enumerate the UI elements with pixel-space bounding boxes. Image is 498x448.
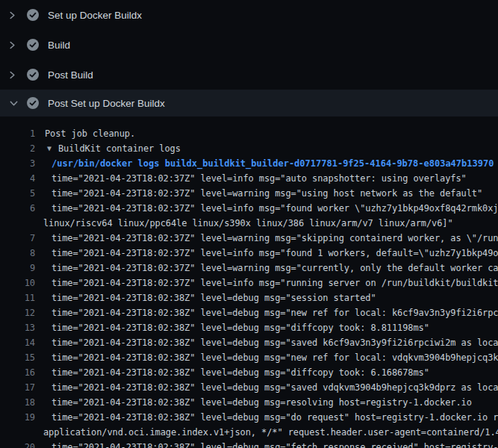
log-text: time="2021-04-23T18:02:38Z" level=debug … [52,320,429,335]
log-line: 12time="2021-04-23T18:02:38Z" level=debu… [0,305,498,320]
check-circle-icon [27,97,39,109]
log-line: 20time="2021-04-23T18:02:38Z" level=debu… [0,440,498,448]
chevron-right-icon [9,10,16,20]
log-line: 19time="2021-04-23T18:02:38Z" level=debu… [0,410,498,425]
status-icon-wrap [27,39,39,51]
log-text: time="2021-04-23T18:02:38Z" level=debug … [52,350,498,365]
log-line: 2▼BuildKit container logs [0,141,498,156]
step-header-set-up-docker-buildx[interactable]: Set up Docker Buildx [0,0,498,30]
line-number[interactable]: 10 [0,276,35,290]
line-number[interactable]: 13 [0,320,35,335]
log-line: 18time="2021-04-23T18:02:38Z" level=debu… [0,395,498,410]
line-number[interactable]: 20 [0,440,35,448]
log-text: time="2021-04-23T18:02:37Z" level=info m… [52,246,498,261]
line-number[interactable]: 12 [0,305,35,320]
log-line: 6time="2021-04-23T18:02:37Z" level=info … [0,201,498,216]
log-line: 8time="2021-04-23T18:02:37Z" level=info … [0,246,498,261]
chevron-right-icon-wrap [9,40,27,50]
log-command-link[interactable]: /usr/bin/docker logs buildx_buildkit_bui… [52,156,494,171]
line-number[interactable]: 5 [0,186,35,201]
line-number[interactable]: 1 [0,126,35,141]
log-text: Post job cleanup. [45,126,135,141]
line-number[interactable]: 2 [0,141,35,156]
log-line: 4time="2021-04-23T18:02:37Z" level=info … [0,171,498,186]
log-line: 7time="2021-04-23T18:02:37Z" level=warni… [0,231,498,246]
log-line: linux/riscv64 linux/ppc64le linux/s390x … [0,216,498,231]
log-line: 13time="2021-04-23T18:02:38Z" level=debu… [0,320,498,335]
step-title: Post Set up Docker Buildx [48,98,165,109]
log-line: application/vnd.oci.image.index.v1+json,… [0,425,498,440]
line-number[interactable]: 17 [0,380,35,395]
chevron-right-icon [9,70,16,80]
log-line: 11time="2021-04-23T18:02:38Z" level=debu… [0,290,498,305]
step-title: Build [48,40,70,51]
log-group-title[interactable]: BuildKit container logs [58,141,181,156]
log-text: time="2021-04-23T18:02:38Z" level=debug … [52,305,498,320]
line-number[interactable]: 16 [0,365,35,380]
log-line: 15time="2021-04-23T18:02:38Z" level=debu… [0,350,498,365]
log-line: 16time="2021-04-23T18:02:38Z" level=debu… [0,365,498,380]
log-text: time="2021-04-23T18:02:37Z" level=info m… [52,201,498,216]
step-header-post-build[interactable]: Post Build [0,60,498,90]
line-number[interactable]: 8 [0,246,35,261]
step-title: Set up Docker Buildx [48,10,142,21]
log-text: time="2021-04-23T18:02:38Z" level=debug … [52,335,498,350]
log-line: 14time="2021-04-23T18:02:38Z" level=debu… [0,335,498,350]
status-icon-wrap [27,69,39,81]
log-text: time="2021-04-23T18:02:37Z" level=warnin… [52,231,498,246]
line-number[interactable]: 7 [0,231,35,246]
chevron-down-icon-wrap [9,100,27,107]
log-text: time="2021-04-23T18:02:38Z" level=debug … [52,290,376,305]
log-line: 17time="2021-04-23T18:02:38Z" level=debu… [0,380,498,395]
check-circle-icon [27,39,39,51]
step-header-build[interactable]: Build [0,30,498,60]
log-line: 9time="2021-04-23T18:02:37Z" level=warni… [0,261,498,276]
check-circle-icon [27,69,39,81]
log-text: time="2021-04-23T18:02:38Z" level=debug … [52,365,429,380]
step-header-post-set-up-docker-buildx[interactable]: Post Set up Docker Buildx [0,90,498,116]
log-line: 1Post job cleanup. [0,126,498,141]
chevron-right-icon [9,40,16,50]
log-text: time="2021-04-23T18:02:38Z" level=debug … [52,410,498,425]
log-text: time="2021-04-23T18:02:37Z" level=warnin… [52,261,498,276]
status-icon-wrap [27,97,39,109]
log-text: time="2021-04-23T18:02:37Z" level=info m… [52,171,467,186]
line-number[interactable]: 6 [0,201,35,216]
log-line: 10time="2021-04-23T18:02:37Z" level=info… [0,276,498,290]
line-number[interactable]: 9 [0,261,35,276]
log-text: linux/riscv64 linux/ppc64le linux/s390x … [43,216,453,231]
step-list: Set up Docker BuildxBuildPost BuildPost … [0,0,498,116]
line-number[interactable]: 11 [0,290,35,305]
log-output: 1Post job cleanup.2▼BuildKit container l… [0,116,498,448]
status-icon-wrap [27,9,39,21]
line-number[interactable]: 14 [0,335,35,350]
log-line: 5time="2021-04-23T18:02:37Z" level=warni… [0,186,498,201]
chevron-right-icon-wrap [9,70,27,80]
chevron-right-icon-wrap [9,10,27,20]
line-number[interactable]: 15 [0,350,35,365]
line-number[interactable]: 19 [0,410,35,425]
log-text: application/vnd.oci.image.index.v1+json,… [43,425,498,440]
step-title: Post Build [48,69,93,81]
actions-log-viewer: { "colors": { "page_bg": "#0a0c10", "exp… [0,0,498,448]
log-text: time="2021-04-23T18:02:38Z" level=debug … [52,395,472,410]
log-text: time="2021-04-23T18:02:37Z" level=warnin… [52,186,482,201]
log-text: time="2021-04-23T18:02:38Z" level=debug … [52,440,498,448]
line-number[interactable]: 3 [0,156,35,171]
line-number[interactable]: 18 [0,395,35,410]
log-line: 3/usr/bin/docker logs buildx_buildkit_bu… [0,156,498,171]
chevron-down-icon [9,100,19,107]
log-text: time="2021-04-23T18:02:38Z" level=debug … [52,380,498,395]
group-collapse-triangle-icon[interactable]: ▼ [47,141,52,156]
log-text: time="2021-04-23T18:02:37Z" level=info m… [52,276,498,290]
line-number[interactable]: 4 [0,171,35,186]
check-circle-icon [27,9,39,21]
